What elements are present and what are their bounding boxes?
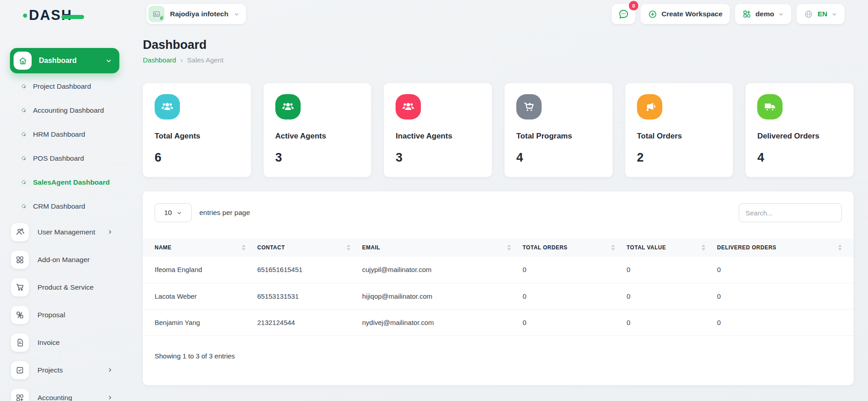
sidebar-item-salesagent-dashboard[interactable]: SalesAgent Dashboard bbox=[10, 170, 119, 194]
table-row: Lacota Weber 65153131531 hijiqop@mailina… bbox=[143, 283, 854, 309]
chat-bubble-icon bbox=[618, 9, 629, 20]
column-header-email[interactable]: EMAIL bbox=[362, 239, 523, 257]
document-icon bbox=[15, 338, 24, 347]
addon-icon-tile bbox=[11, 251, 29, 269]
stat-value: 3 bbox=[275, 151, 360, 165]
stat-label: Total Programs bbox=[516, 132, 601, 141]
sidebar-item-project-dashboard[interactable]: Project Dashboard bbox=[10, 74, 119, 98]
stat-label: Active Agents bbox=[275, 132, 360, 141]
globe-icon bbox=[804, 10, 813, 19]
environment-label: demo bbox=[755, 10, 774, 18]
invoice-icon-tile bbox=[11, 334, 29, 352]
sidebar-item-pos-dashboard[interactable]: POS Dashboard bbox=[10, 146, 119, 170]
sidebar-item-hrm-dashboard[interactable]: HRM Dashboard bbox=[10, 122, 119, 146]
cell-name: Ifeoma England bbox=[143, 257, 257, 283]
column-header-delivered-orders[interactable]: DELIVERED ORDERS bbox=[717, 239, 854, 257]
projects-icon-tile bbox=[11, 361, 29, 379]
brand-logo[interactable]: DASH bbox=[29, 7, 72, 24]
messages-button[interactable]: 0 bbox=[612, 4, 635, 24]
sidebar-item-product-service[interactable]: Product & Service bbox=[10, 273, 119, 301]
search-input[interactable] bbox=[739, 203, 842, 222]
plus-circle-icon bbox=[648, 10, 657, 19]
chevron-down-icon bbox=[831, 11, 837, 17]
sidebar-item-accounting[interactable]: Accounting bbox=[10, 384, 119, 401]
cell-total-value: 0 bbox=[627, 257, 717, 283]
cell-contact: 2132124544 bbox=[257, 309, 362, 335]
broken-image-icon bbox=[152, 10, 161, 19]
menu-item-label: User Management bbox=[38, 228, 99, 236]
workspace-avatar-glyph: # bbox=[160, 14, 163, 21]
bullet-icon bbox=[21, 179, 27, 185]
sort-icon[interactable] bbox=[242, 245, 245, 251]
table-row: Ifeoma England 651651615451 cujypil@mail… bbox=[143, 257, 854, 283]
sort-icon[interactable] bbox=[838, 245, 842, 251]
environment-dropdown[interactable]: demo bbox=[735, 4, 791, 24]
sidebar-item-invoice[interactable]: Invoice bbox=[10, 329, 119, 356]
sidebar-item-crm-dashboard[interactable]: CRM Dashboard bbox=[10, 194, 119, 218]
grid-plus-icon bbox=[15, 393, 24, 401]
accounting-icon-tile bbox=[11, 389, 29, 401]
entries-per-page-select[interactable]: 10 bbox=[155, 203, 192, 222]
table-header-row: NAME CONTACT EMAIL TOTAL ORDERS TOTAL VA… bbox=[143, 239, 854, 257]
truck-icon bbox=[757, 94, 783, 119]
chevron-down-icon bbox=[778, 11, 784, 17]
sidebar-item-addon-manager[interactable]: Add-on Manager bbox=[10, 246, 119, 273]
stat-label: Delivered Orders bbox=[757, 132, 842, 141]
users-group-icon bbox=[396, 94, 421, 119]
sub-item-label: CRM Dashboard bbox=[33, 202, 85, 210]
column-header-name[interactable]: NAME bbox=[143, 239, 257, 257]
page-size-control: 10 entries per page bbox=[155, 203, 250, 222]
column-header-contact[interactable]: CONTACT bbox=[257, 239, 362, 257]
chevron-right-icon bbox=[107, 367, 113, 373]
home-icon-tile bbox=[14, 52, 32, 70]
sidebar-item-dashboard[interactable]: Dashboard bbox=[10, 48, 119, 73]
workspace-avatar: # bbox=[148, 6, 165, 22]
cart-icon bbox=[516, 94, 542, 119]
chevron-right-icon bbox=[107, 395, 113, 401]
users-icon bbox=[15, 227, 25, 237]
language-dropdown[interactable]: EN bbox=[797, 4, 844, 24]
bullet-icon bbox=[21, 107, 27, 113]
stat-card-total-orders: Total Orders 2 bbox=[625, 83, 733, 177]
megaphone-icon bbox=[637, 94, 662, 119]
main-content: Dashboard Dashboard › Sales Agent Total … bbox=[143, 38, 854, 385]
chevron-right-icon bbox=[107, 229, 113, 235]
logo-bar-accent bbox=[61, 15, 84, 19]
stat-card-total-programs: Total Programs 4 bbox=[505, 83, 613, 177]
table-footer-summary: Showing 1 to 3 of 3 entries bbox=[143, 336, 854, 360]
swap-boxes-icon bbox=[15, 310, 24, 320]
sort-icon[interactable] bbox=[702, 245, 705, 251]
sub-item-label: Project Dashboard bbox=[33, 82, 91, 91]
cell-contact: 65153131531 bbox=[257, 283, 362, 309]
cell-delivered-orders: 0 bbox=[717, 309, 854, 335]
cart-icon-tile bbox=[11, 278, 29, 296]
menu-item-label: Invoice bbox=[38, 339, 119, 347]
sort-icon[interactable] bbox=[611, 245, 615, 251]
stat-value: 3 bbox=[396, 151, 480, 165]
workspace-selector[interactable]: # Rajodiya infotech bbox=[146, 4, 246, 24]
cell-delivered-orders: 0 bbox=[717, 283, 854, 309]
sort-icon[interactable] bbox=[347, 245, 350, 251]
cell-name: Benjamin Yang bbox=[143, 309, 257, 335]
cell-email: hijiqop@mailinator.com bbox=[362, 283, 523, 309]
topbar: DASH # Rajodiya infotech 0 bbox=[0, 0, 868, 29]
language-label: EN bbox=[817, 10, 827, 18]
sub-item-label: HRM Dashboard bbox=[33, 130, 85, 138]
sidebar-item-projects[interactable]: Projects bbox=[10, 356, 119, 384]
cell-email: nydivej@mailinator.com bbox=[362, 309, 523, 335]
column-header-total-orders[interactable]: TOTAL ORDERS bbox=[523, 239, 627, 257]
breadcrumb-dashboard-link[interactable]: Dashboard bbox=[143, 56, 176, 64]
topbar-actions: 0 Create Workspace demo EN bbox=[612, 4, 844, 24]
cell-delivered-orders: 0 bbox=[717, 257, 854, 283]
sidebar-item-proposal[interactable]: Proposal bbox=[10, 301, 119, 329]
create-workspace-button[interactable]: Create Workspace bbox=[641, 4, 730, 24]
column-header-total-value[interactable]: TOTAL VALUE bbox=[627, 239, 717, 257]
sidebar-item-user-management[interactable]: User Management bbox=[10, 218, 119, 246]
cell-total-orders: 0 bbox=[523, 257, 627, 283]
check-square-icon bbox=[15, 366, 24, 375]
sort-icon[interactable] bbox=[507, 245, 511, 251]
cell-total-value: 0 bbox=[627, 309, 717, 335]
proposal-icon-tile bbox=[11, 306, 29, 324]
stats-cards-row: Total Agents 6 Active Agents 3 Inactive … bbox=[143, 83, 854, 177]
sidebar-item-accounting-dashboard[interactable]: Accounting Dashboard bbox=[10, 98, 119, 122]
